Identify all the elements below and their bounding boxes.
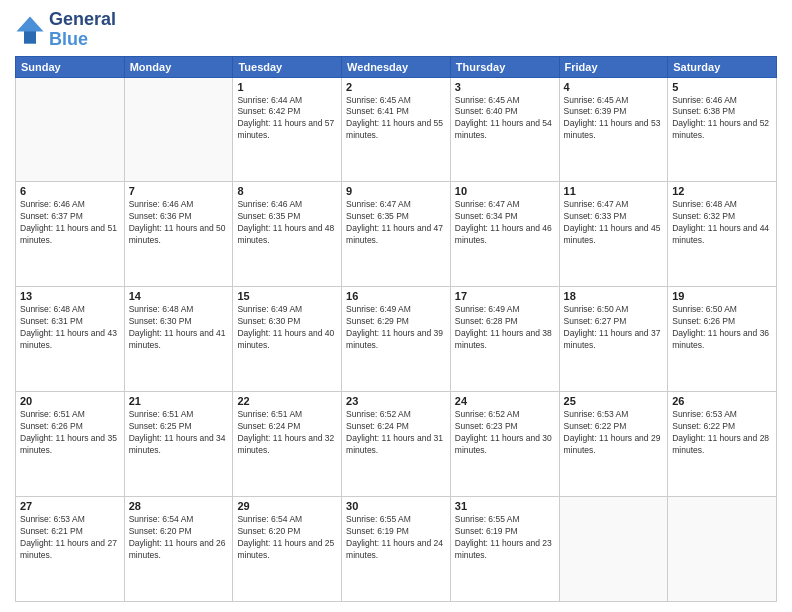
- weekday-header: Thursday: [450, 56, 559, 77]
- header: General Blue: [15, 10, 777, 50]
- day-number: 13: [20, 290, 120, 302]
- day-number: 31: [455, 500, 555, 512]
- page: General Blue SundayMondayTuesdayWednesda…: [0, 0, 792, 612]
- day-info: Sunrise: 6:44 AMSunset: 6:42 PMDaylight:…: [237, 95, 337, 143]
- day-number: 8: [237, 185, 337, 197]
- calendar-cell: 5Sunrise: 6:46 AMSunset: 6:38 PMDaylight…: [668, 77, 777, 182]
- calendar-cell: 27Sunrise: 6:53 AMSunset: 6:21 PMDayligh…: [16, 497, 125, 602]
- day-info: Sunrise: 6:52 AMSunset: 6:23 PMDaylight:…: [455, 409, 555, 457]
- day-info: Sunrise: 6:53 AMSunset: 6:22 PMDaylight:…: [672, 409, 772, 457]
- day-info: Sunrise: 6:48 AMSunset: 6:32 PMDaylight:…: [672, 199, 772, 247]
- day-info: Sunrise: 6:45 AMSunset: 6:40 PMDaylight:…: [455, 95, 555, 143]
- day-number: 24: [455, 395, 555, 407]
- calendar-cell: 9Sunrise: 6:47 AMSunset: 6:35 PMDaylight…: [342, 182, 451, 287]
- calendar-cell: 7Sunrise: 6:46 AMSunset: 6:36 PMDaylight…: [124, 182, 233, 287]
- calendar-cell: 19Sunrise: 6:50 AMSunset: 6:26 PMDayligh…: [668, 287, 777, 392]
- day-info: Sunrise: 6:51 AMSunset: 6:26 PMDaylight:…: [20, 409, 120, 457]
- calendar-table: SundayMondayTuesdayWednesdayThursdayFrid…: [15, 56, 777, 602]
- calendar-cell: 1Sunrise: 6:44 AMSunset: 6:42 PMDaylight…: [233, 77, 342, 182]
- day-number: 16: [346, 290, 446, 302]
- weekday-header: Friday: [559, 56, 668, 77]
- calendar-cell: 17Sunrise: 6:49 AMSunset: 6:28 PMDayligh…: [450, 287, 559, 392]
- calendar-cell: 3Sunrise: 6:45 AMSunset: 6:40 PMDaylight…: [450, 77, 559, 182]
- day-number: 1: [237, 81, 337, 93]
- day-info: Sunrise: 6:49 AMSunset: 6:28 PMDaylight:…: [455, 304, 555, 352]
- day-info: Sunrise: 6:54 AMSunset: 6:20 PMDaylight:…: [237, 514, 337, 562]
- day-number: 27: [20, 500, 120, 512]
- day-number: 12: [672, 185, 772, 197]
- day-number: 25: [564, 395, 664, 407]
- calendar-cell: 8Sunrise: 6:46 AMSunset: 6:35 PMDaylight…: [233, 182, 342, 287]
- calendar-cell: [16, 77, 125, 182]
- day-info: Sunrise: 6:51 AMSunset: 6:25 PMDaylight:…: [129, 409, 229, 457]
- day-info: Sunrise: 6:46 AMSunset: 6:38 PMDaylight:…: [672, 95, 772, 143]
- calendar-cell: 10Sunrise: 6:47 AMSunset: 6:34 PMDayligh…: [450, 182, 559, 287]
- day-number: 21: [129, 395, 229, 407]
- day-number: 26: [672, 395, 772, 407]
- day-info: Sunrise: 6:53 AMSunset: 6:22 PMDaylight:…: [564, 409, 664, 457]
- day-info: Sunrise: 6:55 AMSunset: 6:19 PMDaylight:…: [346, 514, 446, 562]
- day-info: Sunrise: 6:45 AMSunset: 6:39 PMDaylight:…: [564, 95, 664, 143]
- calendar-cell: 13Sunrise: 6:48 AMSunset: 6:31 PMDayligh…: [16, 287, 125, 392]
- day-number: 15: [237, 290, 337, 302]
- day-info: Sunrise: 6:48 AMSunset: 6:30 PMDaylight:…: [129, 304, 229, 352]
- calendar-cell: 26Sunrise: 6:53 AMSunset: 6:22 PMDayligh…: [668, 392, 777, 497]
- calendar-cell: 14Sunrise: 6:48 AMSunset: 6:30 PMDayligh…: [124, 287, 233, 392]
- day-info: Sunrise: 6:48 AMSunset: 6:31 PMDaylight:…: [20, 304, 120, 352]
- day-info: Sunrise: 6:49 AMSunset: 6:30 PMDaylight:…: [237, 304, 337, 352]
- week-row: 6Sunrise: 6:46 AMSunset: 6:37 PMDaylight…: [16, 182, 777, 287]
- calendar-cell: [124, 77, 233, 182]
- calendar-cell: [559, 497, 668, 602]
- calendar-cell: 4Sunrise: 6:45 AMSunset: 6:39 PMDaylight…: [559, 77, 668, 182]
- weekday-header: Monday: [124, 56, 233, 77]
- day-number: 3: [455, 81, 555, 93]
- day-number: 10: [455, 185, 555, 197]
- calendar-cell: 20Sunrise: 6:51 AMSunset: 6:26 PMDayligh…: [16, 392, 125, 497]
- calendar-cell: 6Sunrise: 6:46 AMSunset: 6:37 PMDaylight…: [16, 182, 125, 287]
- calendar-cell: 31Sunrise: 6:55 AMSunset: 6:19 PMDayligh…: [450, 497, 559, 602]
- calendar-cell: [668, 497, 777, 602]
- calendar-body: 1Sunrise: 6:44 AMSunset: 6:42 PMDaylight…: [16, 77, 777, 601]
- day-number: 9: [346, 185, 446, 197]
- day-info: Sunrise: 6:50 AMSunset: 6:27 PMDaylight:…: [564, 304, 664, 352]
- day-number: 6: [20, 185, 120, 197]
- weekday-header: Tuesday: [233, 56, 342, 77]
- calendar-cell: 28Sunrise: 6:54 AMSunset: 6:20 PMDayligh…: [124, 497, 233, 602]
- day-number: 22: [237, 395, 337, 407]
- logo-text: General Blue: [49, 10, 116, 50]
- day-info: Sunrise: 6:51 AMSunset: 6:24 PMDaylight:…: [237, 409, 337, 457]
- week-row: 1Sunrise: 6:44 AMSunset: 6:42 PMDaylight…: [16, 77, 777, 182]
- weekday-row: SundayMondayTuesdayWednesdayThursdayFrid…: [16, 56, 777, 77]
- day-info: Sunrise: 6:54 AMSunset: 6:20 PMDaylight:…: [129, 514, 229, 562]
- day-info: Sunrise: 6:50 AMSunset: 6:26 PMDaylight:…: [672, 304, 772, 352]
- day-info: Sunrise: 6:47 AMSunset: 6:34 PMDaylight:…: [455, 199, 555, 247]
- calendar-cell: 29Sunrise: 6:54 AMSunset: 6:20 PMDayligh…: [233, 497, 342, 602]
- calendar-header: SundayMondayTuesdayWednesdayThursdayFrid…: [16, 56, 777, 77]
- day-number: 17: [455, 290, 555, 302]
- calendar-cell: 16Sunrise: 6:49 AMSunset: 6:29 PMDayligh…: [342, 287, 451, 392]
- day-number: 18: [564, 290, 664, 302]
- calendar-cell: 11Sunrise: 6:47 AMSunset: 6:33 PMDayligh…: [559, 182, 668, 287]
- day-number: 2: [346, 81, 446, 93]
- day-info: Sunrise: 6:46 AMSunset: 6:35 PMDaylight:…: [237, 199, 337, 247]
- calendar-cell: 18Sunrise: 6:50 AMSunset: 6:27 PMDayligh…: [559, 287, 668, 392]
- week-row: 27Sunrise: 6:53 AMSunset: 6:21 PMDayligh…: [16, 497, 777, 602]
- calendar-cell: 12Sunrise: 6:48 AMSunset: 6:32 PMDayligh…: [668, 182, 777, 287]
- day-number: 7: [129, 185, 229, 197]
- day-number: 28: [129, 500, 229, 512]
- calendar-cell: 22Sunrise: 6:51 AMSunset: 6:24 PMDayligh…: [233, 392, 342, 497]
- calendar-cell: 2Sunrise: 6:45 AMSunset: 6:41 PMDaylight…: [342, 77, 451, 182]
- day-number: 29: [237, 500, 337, 512]
- calendar-cell: 21Sunrise: 6:51 AMSunset: 6:25 PMDayligh…: [124, 392, 233, 497]
- logo-icon: [15, 15, 45, 45]
- day-number: 30: [346, 500, 446, 512]
- day-info: Sunrise: 6:46 AMSunset: 6:37 PMDaylight:…: [20, 199, 120, 247]
- day-info: Sunrise: 6:52 AMSunset: 6:24 PMDaylight:…: [346, 409, 446, 457]
- day-info: Sunrise: 6:45 AMSunset: 6:41 PMDaylight:…: [346, 95, 446, 143]
- calendar-cell: 24Sunrise: 6:52 AMSunset: 6:23 PMDayligh…: [450, 392, 559, 497]
- day-info: Sunrise: 6:47 AMSunset: 6:33 PMDaylight:…: [564, 199, 664, 247]
- day-number: 19: [672, 290, 772, 302]
- calendar-cell: 30Sunrise: 6:55 AMSunset: 6:19 PMDayligh…: [342, 497, 451, 602]
- week-row: 20Sunrise: 6:51 AMSunset: 6:26 PMDayligh…: [16, 392, 777, 497]
- day-info: Sunrise: 6:46 AMSunset: 6:36 PMDaylight:…: [129, 199, 229, 247]
